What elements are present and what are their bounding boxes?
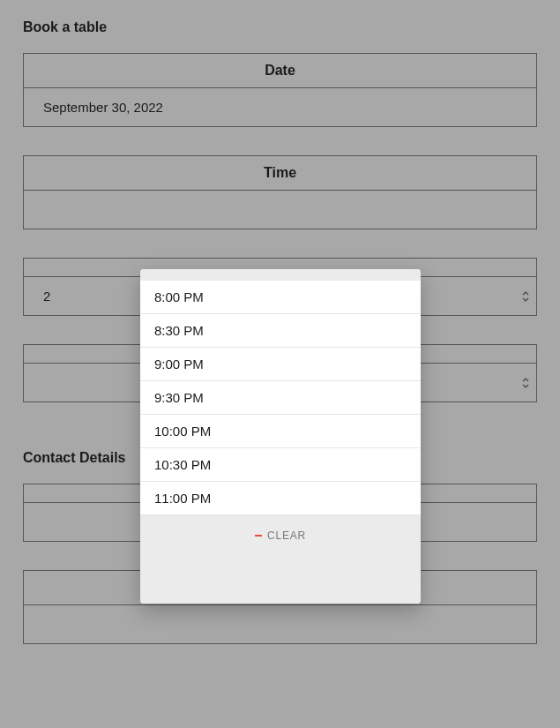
book-table-heading: Book a table bbox=[23, 0, 537, 53]
chevron-updown-icon bbox=[522, 378, 529, 388]
clear-icon bbox=[255, 535, 262, 537]
dropdown-footer: CLEAR bbox=[140, 515, 421, 604]
time-input[interactable] bbox=[23, 191, 537, 229]
time-option[interactable]: 9:00 PM bbox=[140, 348, 421, 381]
time-option[interactable]: 10:30 PM bbox=[140, 448, 421, 482]
clear-button[interactable]: CLEAR bbox=[267, 529, 306, 542]
time-option[interactable]: 8:00 PM bbox=[140, 281, 421, 314]
dropdown-header bbox=[140, 269, 421, 281]
date-field-group: Date September 30, 2022 bbox=[23, 53, 537, 127]
time-field-group: Time bbox=[23, 155, 537, 229]
date-label: Date bbox=[23, 53, 537, 88]
email-input[interactable] bbox=[23, 605, 537, 644]
chevron-updown-icon bbox=[522, 291, 529, 302]
time-option[interactable]: 9:30 PM bbox=[140, 381, 421, 415]
time-options-list: 8:00 PM 8:30 PM 9:00 PM 9:30 PM 10:00 PM… bbox=[140, 281, 421, 515]
time-picker-dropdown: 8:00 PM 8:30 PM 9:00 PM 9:30 PM 10:00 PM… bbox=[140, 269, 421, 604]
time-option[interactable]: 8:30 PM bbox=[140, 314, 421, 348]
time-option[interactable]: 10:00 PM bbox=[140, 415, 421, 448]
time-label: Time bbox=[23, 155, 537, 191]
time-option[interactable]: 11:00 PM bbox=[140, 482, 421, 515]
date-input[interactable]: September 30, 2022 bbox=[23, 88, 537, 127]
